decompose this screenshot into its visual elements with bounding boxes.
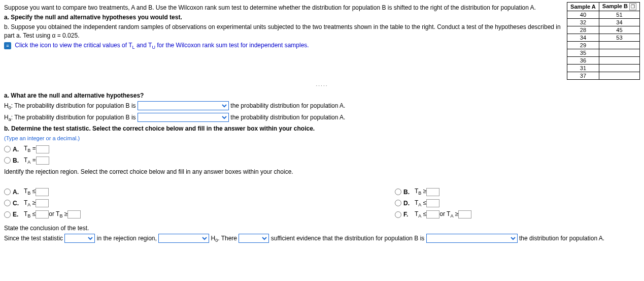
ta-input[interactable] [36,157,49,165]
ha-select[interactable] [138,113,229,122]
tb-input[interactable] [36,145,49,153]
rej-f-input2[interactable] [458,210,471,218]
rej-b-radio[interactable] [395,189,401,195]
tb-symbol: TB = [24,145,36,153]
table-row [599,65,639,72]
sample-data-table: Sample ASample B ❐ 4051 3234 2845 3453 2… [567,2,640,80]
table-row: 35 [567,49,599,57]
table-row: 37 [567,72,599,80]
rej-d-label: D. [403,200,413,207]
concl-sel-3[interactable] [239,234,269,243]
table-row: 32 [567,19,599,26]
rej-a-text: TB ≤ [24,188,36,196]
concl-sel-1[interactable] [64,234,95,243]
rej-f-input1[interactable] [426,210,439,218]
ts-option-a-label: A. [13,146,22,153]
ts-option-a-radio[interactable] [4,146,11,152]
rej-heading: Identify the rejection region. Select th… [4,168,640,176]
col-b-header: Sample B [602,3,628,9]
col-a-header: Sample A [567,3,599,11]
intro-b: b. Suppose you obtained the independent … [4,23,563,39]
qa-heading: a. What are the null and alternative hyp… [4,91,640,100]
table-row [599,49,639,57]
document-icon[interactable]: ≡ [4,42,11,49]
table-row: 36 [567,57,599,65]
table-row: 51 [599,11,639,19]
rej-e-label: E. [13,211,22,218]
concl-sentence: Since the test statistic in the rejectio… [4,234,640,244]
critical-values-link[interactable]: Click the icon to view the critical valu… [15,42,309,49]
table-row: 53 [599,34,639,42]
rej-f-label: F. [403,211,413,218]
rej-f-radio[interactable] [395,211,401,218]
qb-heading: b. Determine the test statistic. Select … [4,124,640,133]
rej-f-or: or TA ≥ [439,210,458,218]
rej-a-label: A. [13,189,22,196]
rej-d-radio[interactable] [395,200,401,206]
h0-line: H0: The probability distribution for pop… [4,101,640,111]
concl-sel-4[interactable] [426,234,518,243]
table-row [599,57,639,65]
table-row: 28 [567,26,599,34]
rej-d-input[interactable] [426,199,439,207]
rej-d-text: TA ≤ [415,199,426,207]
table-row [599,72,639,80]
rej-c-input[interactable] [36,199,49,207]
h0-select[interactable] [138,101,229,110]
ts-option-b-label: B. [13,157,22,164]
rej-b-input[interactable] [426,188,439,196]
rej-f-text: TA ≤ [415,210,426,218]
rej-e-text: TB ≤ [24,210,36,218]
table-row: 34 [567,34,599,42]
ts-option-b-radio[interactable] [4,157,11,164]
popup-icon[interactable]: ❐ [629,3,636,10]
table-row: 29 [567,42,599,49]
table-row: 34 [599,19,639,26]
rej-b-text: TB ≥ [415,188,426,196]
table-row [599,42,639,49]
ta-symbol: TA = [24,157,36,165]
rej-e-input1[interactable] [36,210,49,218]
rej-a-input[interactable] [36,188,49,196]
concl-heading: State the conclusion of the test. [4,224,640,232]
intro-a: a. Specify the null and alternative hypo… [4,13,563,21]
intro-p1: Suppose you want to compare two treatmen… [4,4,563,12]
rej-e-radio[interactable] [4,211,11,218]
table-row: 45 [599,26,639,34]
qb-hint: (Type an integer or a decimal.) [4,135,640,142]
rej-c-label: C. [13,200,22,207]
section-divider: ····· [4,83,640,88]
concl-sel-2[interactable] [158,234,209,243]
rej-e-or: or TB ≥ [49,210,67,218]
rej-e-input2[interactable] [67,210,81,218]
rej-a-radio[interactable] [4,189,11,195]
table-row: 40 [567,11,599,19]
rej-c-text: TA ≥ [24,199,36,207]
table-row: 31 [567,65,599,72]
rej-b-label: B. [403,189,413,196]
rej-c-radio[interactable] [4,200,11,206]
ha-line: Ha: The probability distribution for pop… [4,113,640,123]
